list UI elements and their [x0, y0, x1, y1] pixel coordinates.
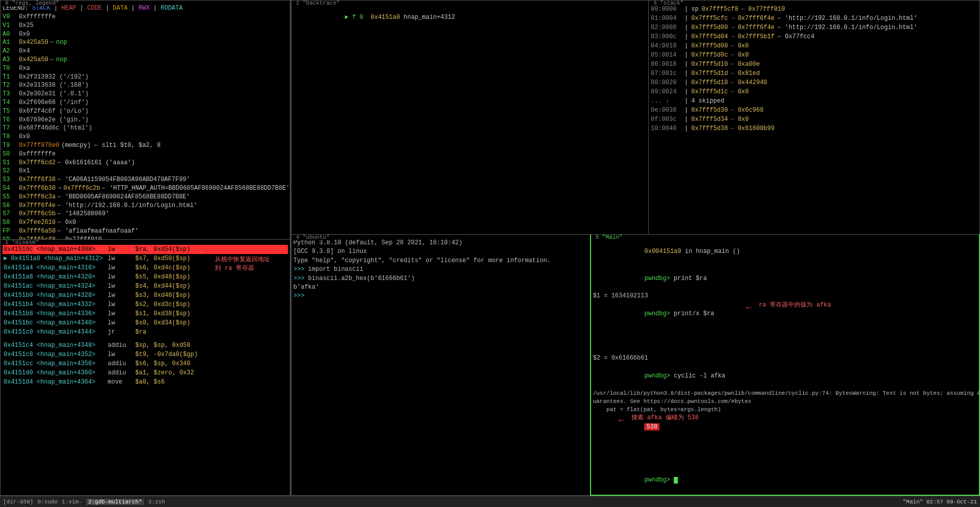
bottom-tabs: [dir-850] 0:sudo 1:vim- 2:gdb-multiarch*…	[3, 499, 165, 505]
ubuntu-line-7: >>>	[293, 292, 588, 300]
disasm-row-12: 0x4151c8 <hnap_main+4352> lw $t9, -0x7da…	[3, 350, 288, 359]
reg-T8: T80x0	[3, 133, 288, 141]
ubuntu-line-3: Type "help", "copyright", "credits" or "…	[293, 257, 588, 265]
main-debug-content: 0x004151a9 in hnap_main () pwndbg> print…	[591, 235, 979, 495]
reg-A2: A20x4	[3, 47, 288, 56]
stack-content: 00:0000 | sp 0x7fff5cf8 ← 0x77fff010 01:…	[649, 1, 979, 134]
reg-A1: A10x425a50 ← nop	[3, 38, 288, 47]
stack-row-skip: ... ↓ | 4 skipped	[651, 96, 977, 106]
legend-heap: HEAP	[61, 5, 76, 12]
disasm-panel: 1 "disasm" 0x41519c <hnap_main+4308> lw …	[0, 240, 290, 496]
legend-data: DATA	[113, 5, 128, 12]
reg-S1: S10x7fff6cd2 ← 0x61616161 ('aaaa')	[3, 159, 288, 167]
backtrace-panel: 2 "backtrace" ► f 0 0x4151a0 hnap_main+4…	[291, 0, 648, 235]
disasm-annotation: 从栈中恢复返回地址 到 ra 寄存器 ←	[215, 255, 270, 272]
ubuntu-line-5: >>> binascii.a2b_hex(b'61666b61')	[293, 274, 588, 283]
stack-row-0: 00:0000 | sp 0x7fff5cf8 ← 0x77fff010	[651, 5, 977, 14]
ubuntu-title: 4 "ubuntu"	[294, 235, 332, 240]
stack-row-1: 01:0004 | 0x7fff5cfc → 0x7fff6f4e ← 'htt…	[651, 14, 977, 23]
ubuntu-panel: 4 "ubuntu" Python 3.8.10 (default, Sep 2…	[291, 235, 590, 496]
stack-row-5: 05:0014 | 0x7fff5d0c ← 0x0	[651, 50, 977, 60]
right-content-area: 2 "backtrace" ► f 0 0x4151a0 hnap_main+4…	[291, 0, 980, 496]
ubuntu-line-4: >>> import binascii	[293, 265, 588, 274]
top-panels: 0 "regs, legend" LEGEND: STACK | HEAP | …	[0, 0, 980, 496]
annotation-ra-arrow: ←	[746, 301, 752, 314]
reg-S4: S40x7fff6b30 → 0x7fff6c2b ← 'HTTP_HNAP_A…	[3, 184, 288, 193]
regs-panel-title: 0 "regs, legend"	[3, 0, 61, 6]
top-right-row: 2 "backtrace" ► f 0 0x4151a0 hnap_main+4…	[291, 0, 980, 235]
reg-V1: V10x25	[3, 21, 288, 30]
stack-row-9: 09:0024 | 0x7fff5d1c ← 0x0	[651, 87, 977, 96]
tab-zsh[interactable]: 3:zsh	[148, 499, 165, 505]
status-info: "Main" 02:57 08-Oct-21	[903, 499, 977, 505]
main-line-11: pwndbg>	[593, 467, 977, 494]
disasm-row-9: 0x4151bc <hnap_main+4340> lw $s0, 0xd34(…	[3, 318, 288, 327]
legend-code: CODE	[87, 5, 102, 12]
reg-SP: SP0x7fff5cf8 ← 0x77fff010	[3, 236, 288, 240]
regs-content: LEGEND: STACK | HEAP | CODE | DATA | RWX…	[1, 1, 290, 240]
disasm-row-4: 0x4151a8 <hnap_main+4320> lw $s5, 0xd48(…	[3, 272, 288, 282]
reg-T9: T90x77ff878e0 (memcpy) ← slti $t0, $a2, …	[3, 141, 288, 150]
ubuntu-line-2: [GCC 9.3.0] on linux	[293, 247, 588, 256]
reg-T0: T00xa	[3, 64, 288, 73]
reg-T6: T60x67696e2e ('gin.')	[3, 116, 288, 124]
disasm-row-11: 0x4151c4 <hnap_main+4348> addiu $sp, $sp…	[3, 341, 288, 350]
disasm-spacer	[3, 337, 288, 341]
backtrace-title: 2 "backtrace"	[294, 0, 342, 6]
main-container: 0 "regs, legend" LEGEND: STACK | HEAP | …	[0, 0, 980, 507]
reg-S2: S20x1	[3, 167, 288, 175]
annotation-538-text: 搜索 afka 偏移为 538	[631, 414, 699, 422]
ubuntu-line-6: b'afka'	[293, 283, 588, 292]
left-panel: 0 "regs, legend" LEGEND: STACK | HEAP | …	[0, 0, 291, 496]
reg-S3: S30x7fff6f38 ← 'CA06A1159054FB003A98ABD4…	[3, 175, 288, 184]
main-line-10: 538 ← 搜索 afka 偏移为 538	[593, 414, 977, 467]
tab-sudo[interactable]: 0:sudo	[37, 499, 58, 505]
main-line-4: pwndbg> print/x $ra ← ra 寄存器中的值为 afka	[593, 301, 977, 354]
tab-vim[interactable]: 1:vim-	[62, 499, 82, 505]
main-line-3: $1 = 1634102113	[593, 292, 977, 300]
disasm-row-14: 0x4151d0 <hnap_main+4360> addiu $a1, $ze…	[3, 368, 288, 377]
regs-panel: 0 "regs, legend" LEGEND: STACK | HEAP | …	[0, 0, 290, 240]
annotation-538-arrow: ←	[619, 414, 624, 427]
disasm-row-5: 0x4151ac <hnap_main+4324> lw $s4, 0xd44(…	[3, 282, 288, 291]
main-line-1: 0x004151a9 in hnap_main ()	[593, 239, 977, 265]
backtrace-line: ► f 0 0x4151a0 hnap_main+4312	[293, 5, 646, 31]
stack-panel: 3 "stack" 00:0000 | sp 0x7fff5cf8 ← 0x77…	[648, 0, 980, 235]
reg-S8: S80x7fee2610 ← 0x0	[3, 218, 288, 227]
reg-T4: T40x2f696e66 ('/inf')	[3, 98, 288, 107]
stack-row-7: 07:001c | 0x7fff5d1d ← 0x81ed	[651, 69, 977, 78]
legend-rodata: RODATA	[161, 5, 183, 12]
bottom-right-row: 4 "ubuntu" Python 3.8.10 (default, Sep 2…	[291, 235, 980, 496]
legend-rwx: RWX	[139, 5, 150, 12]
reg-V0: V00xfffffffe	[3, 13, 288, 21]
annotation-ra-text: ra 寄存器中的值为 afka	[759, 301, 831, 310]
stack-row-0f: 0f:003c | 0x7fff5d34 ← 0x0	[651, 115, 977, 124]
main-line-6: pwndbg> cyclic -l afka	[593, 363, 977, 389]
stack-row-4: 04:0010 | 0x7fff5d08 ← 0x0	[651, 41, 977, 50]
reg-A3: A30x425a50 ← nop	[3, 56, 288, 64]
backtrace-content: ► f 0 0x4151a0 hnap_main+4312	[291, 1, 648, 32]
stack-row-8: 08:0020 | 0x7fff5d18 ← 0x442940	[651, 78, 977, 87]
main-line-9: pat = flat(pat, bytes=args.length)	[593, 406, 977, 414]
reg-T2: T20x2e313638 ('.168')	[3, 81, 288, 90]
reg-T1: T10x2f313932 ('/192')	[3, 73, 288, 82]
reg-S0: S00xfffffffe	[3, 150, 288, 159]
disasm-row-13: 0x4151cc <hnap_main+4356> addiu $s6, $sp…	[3, 359, 288, 368]
tab-dir[interactable]: [dir-850]	[3, 499, 33, 505]
main-line-2: pwndbg> print $ra	[593, 265, 977, 292]
main-debug-panel: 5 "Main" 0x004151a9 in hnap_main () pwnd…	[590, 235, 980, 496]
ubuntu-content: Python 3.8.10 (default, Sep 28 2021, 16:…	[291, 235, 590, 302]
disasm-highlight-row: 0x41519c <hnap_main+4308> lw $ra, 0xd54(…	[3, 245, 288, 254]
disasm-row-7: 0x4151b4 <hnap_main+4332> lw $s2, 0xd3c(…	[3, 300, 288, 309]
tab-gdb[interactable]: 2:gdb-multiarch*	[86, 499, 144, 505]
stack-title: 3 "stack"	[651, 0, 685, 6]
stack-row-0e: 0e:0038 | 0x7fff5d30 ← 0x6c968	[651, 106, 977, 115]
ubuntu-line-1: Python 3.8.10 (default, Sep 28 2021, 16:…	[293, 239, 588, 247]
bottom-bar: [dir-850] 0:sudo 1:vim- 2:gdb-multiarch*…	[0, 496, 980, 507]
reg-S5: S50x7fff6c3a ← 'BBD0605AF8690024AF8568BE…	[3, 193, 288, 201]
reg-T3: T30x2e302e31 ('.0.1')	[3, 90, 288, 98]
stack-row-6: 06:0018 | 0x7fff5d10 ← 0xa00e	[651, 60, 977, 69]
disasm-content: 0x41519c <hnap_main+4308> lw $ra, 0xd54(…	[1, 240, 290, 388]
reg-FP: FP0x7fff6a50 ← 'aflaafmaafnaafoaaf'	[3, 227, 288, 236]
reg-S6: S60x7fff6f4e ← 'http://192.168.0.1/info/…	[3, 201, 288, 210]
